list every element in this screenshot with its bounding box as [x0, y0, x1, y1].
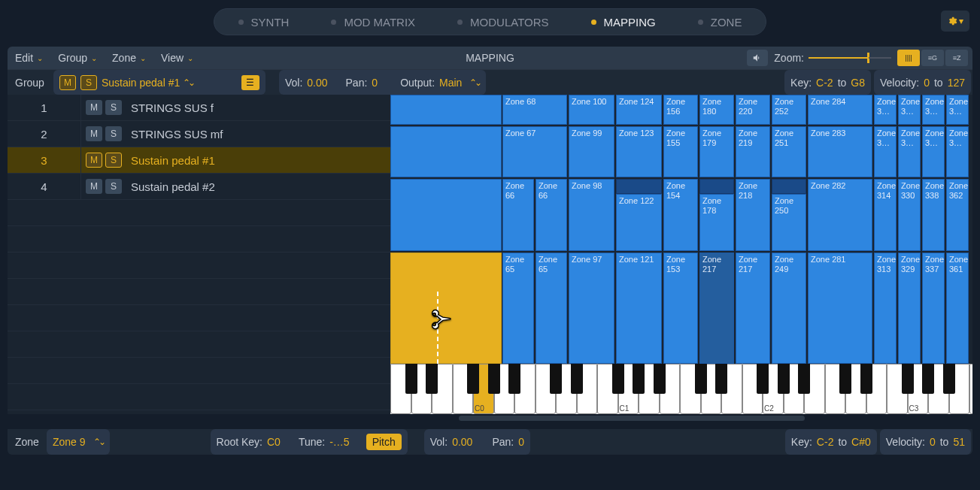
zone-name-dropdown[interactable]: Zone 9	[53, 436, 86, 448]
zone-cell[interactable]	[390, 95, 502, 125]
zoom-slider-handle[interactable]	[867, 53, 869, 63]
black-key[interactable]	[612, 364, 624, 394]
black-key[interactable]	[839, 364, 851, 394]
zone-cell[interactable]: Zone 249	[772, 253, 806, 364]
keyboard[interactable]: C0C1C2C3	[390, 364, 972, 414]
black-key[interactable]	[488, 364, 500, 394]
mute-button[interactable]: M	[86, 126, 102, 141]
menu-group[interactable]: Group⌄	[50, 47, 105, 69]
tab-zone[interactable]: ZONE	[677, 11, 763, 33]
zone-cell[interactable]: Zone 155	[663, 126, 698, 177]
zone-cell[interactable]: Zone 3…	[946, 95, 969, 125]
zone-cell[interactable]: Zone 284	[808, 95, 872, 125]
zone-cell[interactable]: Zone 251	[772, 126, 806, 177]
tab-synth[interactable]: SYNTH	[217, 11, 311, 33]
view-mode-keymap[interactable]: ||||	[897, 50, 920, 66]
group-mute-button[interactable]: M	[59, 75, 76, 90]
black-key[interactable]	[405, 364, 417, 394]
black-key[interactable]	[860, 364, 872, 394]
pitch-toggle[interactable]: Pitch	[366, 434, 402, 450]
vol-value[interactable]: 0.00	[307, 77, 327, 89]
black-key[interactable]	[571, 364, 583, 394]
zone-cell[interactable]: Zone 3…	[874, 126, 897, 177]
velocity-low[interactable]: 0	[930, 436, 936, 448]
audition-speaker-button[interactable]	[747, 50, 768, 66]
black-key[interactable]	[654, 364, 666, 394]
zone-cell[interactable]: Zone 67	[502, 126, 567, 177]
zone-cell[interactable]: Zone 65	[536, 253, 567, 364]
black-key[interactable]	[757, 364, 769, 394]
zone-cell[interactable]: Zone 66	[502, 179, 534, 251]
mute-button[interactable]: M	[86, 100, 102, 115]
horizontal-scrollbar[interactable]	[459, 416, 805, 421]
zone-grid[interactable]: Zone 68Zone 100Zone 124Zone 156Zone 180Z…	[390, 95, 972, 364]
zone-cell[interactable]: Zone 3…	[898, 95, 921, 125]
menu-edit[interactable]: Edit⌄	[8, 47, 50, 69]
zone-cell[interactable]: Zone 361	[946, 253, 969, 364]
zone-cell[interactable]: Zone 219	[736, 126, 770, 177]
zone-cell[interactable]: Zone 154	[663, 179, 698, 251]
tab-modmatrix[interactable]: MOD MATRIX	[310, 11, 436, 33]
zone-cell[interactable]: Zone 252	[772, 95, 806, 125]
black-key[interactable]	[695, 364, 707, 394]
black-key[interactable]	[922, 364, 934, 394]
key-high[interactable]: C#0	[851, 436, 871, 448]
zone-cell[interactable]: Zone 178	[699, 194, 734, 251]
key-low[interactable]: C-2	[817, 436, 834, 448]
zone-cell[interactable]: Zone 283	[808, 126, 872, 177]
black-key[interactable]	[902, 364, 914, 394]
zone-cell[interactable]: Zone 3…	[946, 126, 969, 177]
menu-zone[interactable]: Zone⌄	[105, 47, 153, 69]
black-key[interactable]	[798, 364, 810, 394]
black-key[interactable]	[550, 364, 562, 394]
settings-gear-menu[interactable]: ▾	[941, 11, 969, 32]
zone-cell[interactable]: Zone 124	[616, 95, 662, 125]
black-key[interactable]	[943, 364, 955, 394]
solo-button[interactable]: S	[105, 126, 122, 141]
zone-cell[interactable]: Zone 97	[569, 253, 614, 364]
zone-cell[interactable]: Zone 218	[736, 179, 770, 251]
zone-cell[interactable]: Zone 220	[736, 95, 770, 125]
zone-cell[interactable]: Zone 282	[808, 179, 872, 251]
solo-button[interactable]: S	[105, 153, 122, 168]
zone-cell[interactable]: Zone 3…	[922, 126, 945, 177]
zone-cell[interactable]: Zone 68	[502, 95, 567, 125]
zone-cell[interactable]: Zone 281	[808, 253, 872, 364]
zone-cell[interactable]: Zone 337	[922, 253, 945, 364]
zone-cell[interactable]: Zone 179	[699, 126, 734, 177]
velocity-high[interactable]: 127	[948, 77, 965, 89]
zone-cell[interactable]: Zone 250	[772, 194, 806, 251]
zone-cell[interactable]: Zone 123	[616, 126, 662, 177]
solo-button[interactable]: S	[105, 100, 122, 115]
mute-button[interactable]: M	[86, 179, 102, 194]
group-row[interactable]: 2MSSTRINGS SUS mf	[8, 121, 390, 147]
black-key[interactable]	[508, 364, 520, 394]
black-key[interactable]	[778, 364, 790, 394]
pan-value[interactable]: 0	[518, 436, 524, 448]
white-key[interactable]	[969, 364, 972, 414]
black-key[interactable]	[715, 364, 727, 394]
tab-modulators[interactable]: MODULATORS	[436, 11, 569, 33]
zone-cell[interactable]: Zone 3…	[922, 95, 945, 125]
zone-cell[interactable]: Zone 65	[502, 253, 534, 364]
view-mode-zone[interactable]: ≡Z	[945, 50, 968, 66]
view-mode-group[interactable]: ≡G	[921, 50, 944, 66]
zone-cell[interactable]: Zone 362	[946, 179, 969, 251]
zone-cell[interactable]: Zone 156	[663, 95, 698, 125]
pan-value[interactable]: 0	[372, 77, 378, 89]
zone-cell[interactable]: Zone 3…	[874, 95, 897, 125]
zone-cell[interactable]: Zone 217	[736, 253, 770, 364]
zone-cell[interactable]: Zone 100	[569, 95, 614, 125]
key-low[interactable]: C-2	[816, 77, 833, 89]
zone-cell[interactable]: Zone 180	[699, 95, 734, 125]
zone-cell[interactable]: Zone 314	[874, 179, 897, 251]
output-value[interactable]: Main	[439, 77, 462, 89]
key-high[interactable]: G8	[851, 77, 865, 89]
zone-cell[interactable]: Zone 99	[569, 126, 614, 177]
tab-mapping[interactable]: MAPPING	[570, 11, 677, 33]
group-row[interactable]: 3MSSustain pedal #1	[8, 147, 390, 174]
zone-cell[interactable]: Zone 338	[922, 179, 945, 251]
group-solo-button[interactable]: S	[80, 75, 97, 90]
zone-cell[interactable]: Zone 122	[616, 194, 662, 251]
zone-cell[interactable]: Zone 153	[663, 253, 698, 364]
